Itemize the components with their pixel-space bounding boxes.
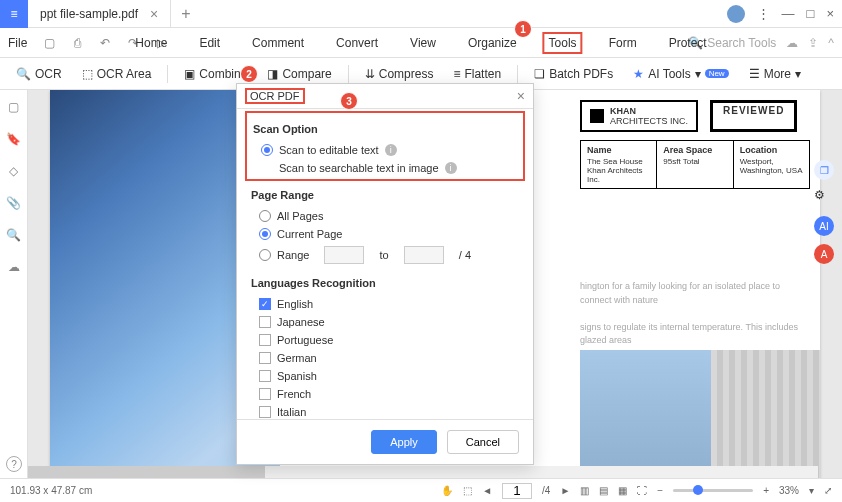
titlebar: ≡ ppt file-sample.pdf × + ⋮ — □ × [0,0,842,28]
ai-tools-button[interactable]: ★AI Tools▾New [625,63,736,85]
fit-icon[interactable]: ⛶ [637,485,647,496]
info-icon[interactable]: i [445,162,457,174]
new-tab-button[interactable]: + [171,5,200,23]
range-from-input[interactable] [324,246,364,264]
ai-icon: ★ [633,67,644,81]
horizontal-scrollbar[interactable] [28,466,818,478]
checkbox-icon [259,352,271,364]
zoom-out-icon[interactable]: − [657,485,663,496]
cloud-icon[interactable]: ☁ [786,36,798,50]
prev-page-icon[interactable]: ◄ [482,485,492,496]
statusbar: 101.93 x 47.87 cm ✋ ⬚ ◄ /4 ► ▥ ▤ ▦ ⛶ − +… [0,478,842,502]
view-mode-icon[interactable]: ▤ [599,485,608,496]
close-window-icon[interactable]: × [826,6,834,21]
next-page-icon[interactable]: ► [560,485,570,496]
opt-range[interactable]: Range to / 4 [251,243,519,267]
brand-logo: KHANARCHITECTS INC. [580,100,698,132]
lang-english[interactable]: ✓English [251,295,519,313]
chevron-down-icon[interactable]: ▾ [809,485,814,496]
scrollbar-thumb[interactable] [28,466,265,478]
menu-convert[interactable]: Convert [330,32,384,54]
lang-heading: Languages Recognition [251,277,519,289]
cloud-panel-icon[interactable]: ☁ [8,260,20,274]
menu-home[interactable]: Home [129,32,173,54]
lang-french[interactable]: French [251,385,519,403]
menu-icon[interactable]: ⋮ [757,6,770,21]
bookmarks-icon[interactable]: 🔖 [6,132,21,146]
page-dimensions: 101.93 x 47.87 cm [10,485,92,496]
menu-comment[interactable]: Comment [246,32,310,54]
dialog-footer: Apply Cancel [237,419,533,464]
ocr-area-button[interactable]: ⬚OCR Area [74,63,160,85]
lang-italian[interactable]: Italian [251,403,519,419]
info-icon[interactable]: i [385,144,397,156]
open-icon[interactable]: ▢ [39,33,59,53]
document-tab[interactable]: ppt file-sample.pdf × [28,0,171,27]
menu-organize[interactable]: Organize [462,32,523,54]
view-mode-icon[interactable]: ▦ [618,485,627,496]
user-avatar[interactable] [727,5,745,23]
apply-button[interactable]: Apply [371,430,437,454]
lang-german[interactable]: German [251,349,519,367]
hand-tool-icon[interactable]: ✋ [441,485,453,496]
undo-icon[interactable]: ↶ [95,33,115,53]
attachments-icon[interactable]: 📎 [6,196,21,210]
search-panel-icon[interactable]: 🔍 [6,228,21,242]
batch-button[interactable]: ❏Batch PDFs [526,63,621,85]
file-menu[interactable]: File [8,36,27,50]
flatten-icon: ≡ [453,67,460,81]
thumbnails-icon[interactable]: ▢ [8,100,19,114]
callout-3: 3 [340,92,358,110]
maximize-icon[interactable]: □ [807,6,815,21]
scan-option-group: Scan Option Scan to editable texti Scan … [245,111,525,181]
ocr-button[interactable]: 🔍OCR [8,63,70,85]
lang-portuguese[interactable]: Portuguese [251,331,519,349]
more-button[interactable]: ☰More▾ [741,63,809,85]
cancel-button[interactable]: Cancel [447,430,519,454]
range-to-input[interactable] [404,246,444,264]
ai-badge-icon[interactable]: AI [814,216,834,236]
menu-form[interactable]: Form [603,32,643,54]
tag-icon[interactable]: ◇ [9,164,18,178]
menu-edit[interactable]: Edit [193,32,226,54]
radio-icon [259,249,271,261]
select-tool-icon[interactable]: ⬚ [463,485,472,496]
settings-icon[interactable]: ⚙ [814,188,838,208]
opt-all-pages[interactable]: All Pages [251,207,519,225]
ai-assistant-icon[interactable]: A [814,244,834,264]
compare-button[interactable]: ◨Compare [259,63,339,85]
menu-tools[interactable]: Tools [543,32,583,54]
print-icon[interactable]: ⎙ [67,33,87,53]
compress-button[interactable]: ⇊Compress [357,63,442,85]
opt-editable-text[interactable]: Scan to editable texti [253,141,517,159]
zoom-thumb[interactable] [693,485,703,495]
radio-icon [261,144,273,156]
more-icon: ☰ [749,67,760,81]
batch-icon: ❏ [534,67,545,81]
radio-icon [259,228,271,240]
fullscreen-icon[interactable]: ⤢ [824,485,832,496]
dialog-close-icon[interactable]: × [517,88,525,104]
page-number-input[interactable] [502,483,532,499]
minimize-icon[interactable]: — [782,6,795,21]
opt-searchable-text[interactable]: Scan to searchable text in imagei [253,159,517,177]
checkbox-icon [259,370,271,382]
dialog-titlebar: OCR PDF × [237,84,533,109]
close-tab-icon[interactable]: × [150,6,158,22]
lang-japanese[interactable]: Japanese [251,313,519,331]
flatten-button[interactable]: ≡Flatten [445,63,509,85]
zoom-slider[interactable] [673,489,753,492]
ocr-dialog: OCR PDF × Scan Option Scan to editable t… [236,83,534,465]
share-icon[interactable]: ⇪ [808,36,818,50]
menu-protect[interactable]: Protect [663,32,713,54]
dialog-body: Scan Option Scan to editable texti Scan … [237,109,533,419]
opt-current-page[interactable]: Current Page [251,225,519,243]
copy-icon[interactable]: ❐ [814,160,834,180]
menu-view[interactable]: View [404,32,442,54]
collapse-icon[interactable]: ^ [828,36,834,50]
help-icon[interactable]: ? [6,456,22,472]
window-controls: ⋮ — □ × [727,5,842,23]
zoom-in-icon[interactable]: + [763,485,769,496]
lang-spanish[interactable]: Spanish [251,367,519,385]
view-mode-icon[interactable]: ▥ [580,485,589,496]
